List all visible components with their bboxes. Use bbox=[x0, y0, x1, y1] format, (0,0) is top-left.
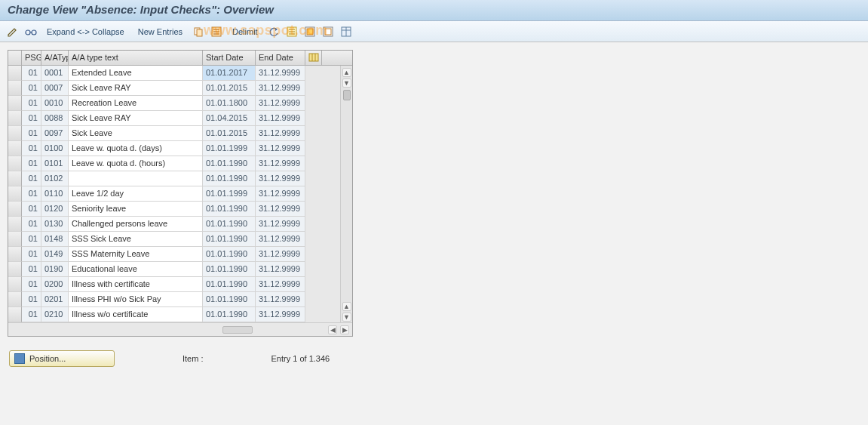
position-button[interactable]: Position... bbox=[9, 350, 115, 367]
configure-columns-icon[interactable] bbox=[305, 51, 322, 65]
col-end-date[interactable]: End Date bbox=[256, 51, 305, 65]
scroll-down2-icon[interactable]: ▼ bbox=[342, 313, 351, 322]
table-settings-icon[interactable] bbox=[339, 25, 353, 38]
table-row[interactable]: 010210Illness w/o certificate01.01.19903… bbox=[8, 307, 340, 322]
new-entries-button[interactable]: New Entries bbox=[133, 26, 187, 38]
row-selector[interactable] bbox=[8, 277, 22, 292]
row-selector[interactable] bbox=[8, 186, 22, 202]
edit-icon[interactable] bbox=[6, 25, 20, 38]
select-all-icon[interactable] bbox=[303, 25, 317, 38]
row-selector[interactable] bbox=[8, 307, 22, 322]
table-row[interactable]: 010110Leave 1/2 day01.01.199931.12.9999 bbox=[8, 186, 340, 202]
cell-text[interactable]: Extended Leave bbox=[69, 66, 203, 81]
row-selector[interactable] bbox=[8, 96, 22, 111]
row-selector[interactable] bbox=[8, 247, 22, 262]
copy-icon[interactable] bbox=[192, 25, 205, 38]
cell-start[interactable]: 01.01.1800 bbox=[203, 96, 256, 111]
cell-start[interactable]: 01.04.2015 bbox=[203, 111, 256, 126]
cell-start[interactable]: 01.01.2017 bbox=[203, 66, 256, 81]
cell-end[interactable]: 31.12.9999 bbox=[256, 126, 305, 141]
table-row[interactable]: 010101Leave w. quota d. (hours)01.01.199… bbox=[8, 156, 340, 171]
row-selector[interactable] bbox=[8, 202, 22, 217]
cell-text[interactable]: SSS Sick Leave bbox=[69, 232, 203, 247]
cell-end[interactable]: 31.12.9999 bbox=[256, 232, 305, 247]
row-selector[interactable] bbox=[8, 111, 22, 126]
scroll-down-icon[interactable]: ▼ bbox=[342, 79, 351, 88]
table-row[interactable]: 010148SSS Sick Leave01.01.199031.12.9999 bbox=[8, 232, 340, 247]
table-row[interactable]: 010130Challenged persons leave01.01.1990… bbox=[8, 217, 340, 232]
cell-start[interactable]: 01.01.2015 bbox=[203, 126, 256, 141]
cell-end[interactable]: 31.12.9999 bbox=[256, 96, 305, 111]
cell-end[interactable]: 31.12.9999 bbox=[256, 247, 305, 262]
col-start-date[interactable]: Start Date bbox=[203, 51, 256, 65]
cell-text[interactable] bbox=[69, 171, 203, 186]
table-row[interactable]: 010010Recreation Leave01.01.180031.12.99… bbox=[8, 96, 340, 111]
cell-start[interactable]: 01.01.1990 bbox=[203, 292, 256, 307]
cell-start[interactable]: 01.01.1990 bbox=[203, 307, 256, 322]
cell-text[interactable]: Illness w/o certificate bbox=[69, 307, 203, 322]
list-orange-icon[interactable] bbox=[210, 25, 223, 38]
cell-end[interactable]: 31.12.9999 bbox=[256, 81, 305, 96]
scroll-up2-icon[interactable]: ▲ bbox=[342, 302, 351, 311]
col-aa-text[interactable]: A/A type text bbox=[69, 51, 203, 65]
row-selector[interactable] bbox=[8, 217, 22, 232]
cell-text[interactable]: Challenged persons leave bbox=[69, 217, 203, 232]
cell-text[interactable]: Leave w. quota d. (hours) bbox=[69, 156, 203, 171]
cell-text[interactable]: SSS Maternity Leave bbox=[69, 247, 203, 262]
table-row[interactable]: 01010201.01.199031.12.9999 bbox=[8, 171, 340, 186]
cell-end[interactable]: 31.12.9999 bbox=[256, 141, 305, 156]
table-row[interactable]: 010001Extended Leave01.01.201731.12.9999 bbox=[8, 66, 340, 81]
table-row[interactable]: 010201Illness PHI w/o Sick Pay01.01.1990… bbox=[8, 292, 340, 307]
table-row[interactable]: 010007Sick Leave RAY01.01.201531.12.9999 bbox=[8, 81, 340, 96]
col-aa-type[interactable]: A/AType bbox=[41, 51, 69, 65]
row-selector[interactable] bbox=[8, 141, 22, 156]
cell-start[interactable]: 01.01.1999 bbox=[203, 141, 256, 156]
cell-text[interactable]: Leave w. quota d. (days) bbox=[69, 141, 203, 156]
table-row[interactable]: 010120Seniority leave01.01.199031.12.999… bbox=[8, 202, 340, 217]
cell-start[interactable]: 01.01.1990 bbox=[203, 247, 256, 262]
table-row[interactable]: 010149SSS Maternity Leave01.01.199031.12… bbox=[8, 247, 340, 262]
row-selector[interactable] bbox=[8, 232, 22, 247]
cell-text[interactable]: Educational leave bbox=[69, 262, 203, 277]
col-psg[interactable]: PSG bbox=[22, 51, 41, 65]
cell-text[interactable]: Recreation Leave bbox=[69, 96, 203, 111]
cell-text[interactable]: Sick Leave RAY bbox=[69, 111, 203, 126]
scroll-thumb[interactable] bbox=[343, 90, 351, 100]
table-row[interactable]: 010100Leave w. quota d. (days)01.01.1999… bbox=[8, 141, 340, 156]
col-select[interactable] bbox=[8, 51, 22, 65]
table-row[interactable]: 010200Illness with certificate01.01.1990… bbox=[8, 277, 340, 292]
cell-end[interactable]: 31.12.9999 bbox=[256, 111, 305, 126]
cell-start[interactable]: 01.01.1990 bbox=[203, 262, 256, 277]
row-selector[interactable] bbox=[8, 156, 22, 171]
cell-start[interactable]: 01.01.1990 bbox=[203, 171, 256, 186]
row-selector[interactable] bbox=[8, 66, 22, 81]
row-selector[interactable] bbox=[8, 171, 22, 186]
cell-end[interactable]: 31.12.9999 bbox=[256, 307, 305, 322]
cell-end[interactable]: 31.12.9999 bbox=[256, 156, 305, 171]
cell-start[interactable]: 01.01.1990 bbox=[203, 202, 256, 217]
hscroll-thumb[interactable] bbox=[222, 326, 253, 334]
cell-end[interactable]: 31.12.9999 bbox=[256, 171, 305, 186]
table-row[interactable]: 010190Educational leave01.01.199031.12.9… bbox=[8, 262, 340, 277]
hscroll-left-icon[interactable]: ◀ bbox=[328, 325, 337, 334]
delimit-button[interactable]: Delimit bbox=[228, 26, 262, 38]
cell-start[interactable]: 01.01.1990 bbox=[203, 217, 256, 232]
cell-text[interactable]: Leave 1/2 day bbox=[69, 186, 203, 202]
deselect-all-icon[interactable] bbox=[321, 25, 335, 38]
cell-start[interactable]: 01.01.1990 bbox=[203, 277, 256, 292]
expand-collapse-button[interactable]: Expand <-> Collapse bbox=[42, 26, 129, 38]
row-selector[interactable] bbox=[8, 292, 22, 307]
cell-text[interactable]: Sick Leave RAY bbox=[69, 81, 203, 96]
cell-end[interactable]: 31.12.9999 bbox=[256, 292, 305, 307]
cell-end[interactable]: 31.12.9999 bbox=[256, 217, 305, 232]
cell-start[interactable]: 01.01.1999 bbox=[203, 186, 256, 202]
hscroll-right-icon[interactable]: ▶ bbox=[340, 325, 349, 334]
cell-start[interactable]: 01.01.1990 bbox=[203, 232, 256, 247]
table-row[interactable]: 010088Sick Leave RAY01.04.201531.12.9999 bbox=[8, 111, 340, 126]
cell-start[interactable]: 01.01.2015 bbox=[203, 81, 256, 96]
cell-text[interactable]: Illness with certificate bbox=[69, 277, 203, 292]
cell-text[interactable]: Illness PHI w/o Sick Pay bbox=[69, 292, 203, 307]
cell-start[interactable]: 01.01.1990 bbox=[203, 156, 256, 171]
list-yellow-icon[interactable] bbox=[285, 25, 299, 38]
cell-end[interactable]: 31.12.9999 bbox=[256, 66, 305, 81]
